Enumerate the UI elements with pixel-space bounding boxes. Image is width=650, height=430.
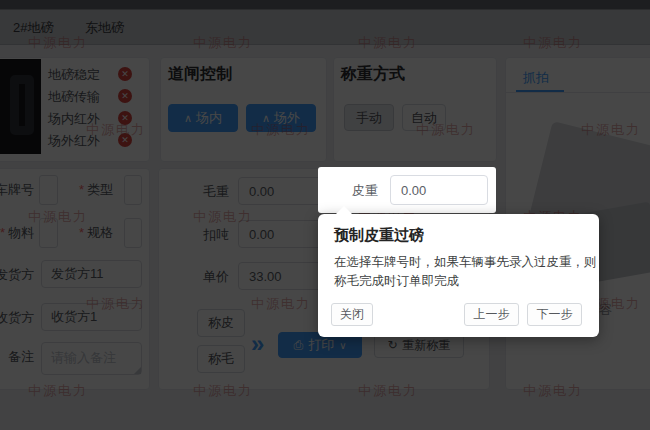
tour-close-button[interactable]: 关闭 — [331, 303, 373, 326]
tour-next-button[interactable]: 下一步 — [527, 303, 582, 326]
weighbridge-app: 2#地磅 东地磅 0 地磅稳定 ✕ 地磅传输 ✕ 场内红外 ✕ 场外红外 ✕ 道… — [0, 0, 650, 430]
tour-dim-overlay[interactable] — [0, 0, 650, 430]
tour-prev-button[interactable]: 上一步 — [464, 303, 519, 326]
tare-input[interactable] — [390, 175, 488, 205]
